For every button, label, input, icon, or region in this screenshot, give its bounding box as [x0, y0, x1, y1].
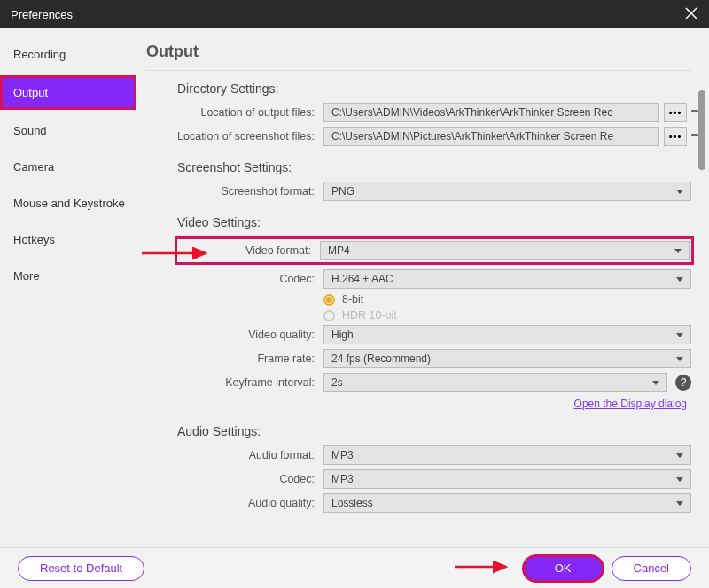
open-display-link[interactable]: Open the Display dialog: [177, 398, 691, 410]
chevron-down-icon: [676, 277, 683, 282]
close-icon[interactable]: [684, 6, 698, 23]
chevron-down-icon: [674, 249, 682, 253]
chevron-down-icon: [676, 333, 683, 337]
video-quality-select[interactable]: High: [323, 325, 691, 344]
window-title: Preferences: [11, 8, 73, 21]
sidebar-item-output[interactable]: Output: [0, 75, 136, 110]
audio-format-label: Audio format:: [177, 449, 323, 461]
audio-quality-label: Audio quality:: [177, 497, 323, 509]
keyframe-select[interactable]: 2s: [323, 373, 667, 392]
sidebar-item-hotkeys[interactable]: Hotkeys: [0, 222, 142, 257]
sidebar-item-sound[interactable]: Sound: [0, 113, 142, 148]
radio-8bit-label: 8-bit: [342, 293, 363, 306]
browse-screenshot-button[interactable]: •••: [664, 127, 687, 146]
section-directory-title: Directory Settings:: [177, 81, 691, 96]
screenshot-format-select[interactable]: PNG: [323, 182, 691, 201]
sidebar-item-camera[interactable]: Camera: [0, 150, 142, 184]
screenshot-files-input[interactable]: C:\Users\ADMIN\Pictures\ArkThinker\ArkTh…: [323, 127, 659, 146]
keyframe-label: Keyframe interval:: [177, 376, 323, 389]
audio-codec-select[interactable]: MP3: [323, 469, 691, 489]
audio-quality-select[interactable]: Lossless: [323, 493, 691, 513]
section-screenshot-title: Screenshot Settings:: [177, 160, 691, 174]
cancel-button[interactable]: Cancel: [612, 556, 691, 581]
page-title: Output: [146, 37, 691, 71]
radio-hdr-label: HDR 10-bit: [342, 309, 397, 321]
section-audio-title: Audio Settings:: [177, 424, 691, 438]
output-files-label: Location of output files:: [177, 106, 323, 119]
sidebar-item-mouse-keystroke[interactable]: Mouse and Keystroke: [0, 186, 142, 220]
video-format-label: Video format:: [179, 244, 320, 257]
arrow-annotation: [453, 560, 515, 577]
screenshot-files-label: Location of screenshot files:: [177, 130, 323, 143]
screenshot-format-label: Screenshot format:: [177, 185, 323, 197]
sidebar-item-more[interactable]: More: [0, 259, 142, 293]
video-quality-label: Video quality:: [177, 329, 323, 341]
highlight-video-format: Video format: MP4: [175, 236, 694, 265]
chevron-down-icon: [676, 453, 683, 458]
audio-format-select[interactable]: MP3: [323, 445, 691, 465]
ok-button[interactable]: OK: [524, 556, 603, 581]
radio-8bit[interactable]: [323, 294, 335, 306]
help-icon[interactable]: ?: [675, 375, 691, 391]
titlebar: Preferences: [0, 0, 709, 28]
video-codec-select[interactable]: H.264 + AAC: [323, 269, 691, 289]
video-format-select[interactable]: MP4: [320, 241, 690, 260]
output-files-input[interactable]: C:\Users\ADMIN\Videos\ArkThinker\ArkThin…: [323, 103, 659, 122]
browse-output-button[interactable]: •••: [664, 103, 687, 122]
radio-hdr[interactable]: [323, 310, 335, 321]
chevron-down-icon: [676, 501, 683, 506]
reset-button[interactable]: Reset to Default: [18, 556, 144, 581]
footer: Reset to Default OK Cancel: [0, 547, 709, 588]
audio-codec-label: Codec:: [177, 473, 323, 485]
frame-rate-select[interactable]: 24 fps (Recommend): [323, 349, 691, 368]
chevron-down-icon: [676, 357, 683, 361]
sidebar-item-recording[interactable]: Recording: [0, 37, 142, 72]
chevron-down-icon: [652, 381, 659, 385]
sidebar: Recording Output Sound Camera Mouse and …: [0, 28, 142, 547]
chevron-down-icon: [676, 190, 683, 194]
scrollbar[interactable]: [698, 90, 705, 170]
section-video-title: Video Settings:: [177, 215, 691, 229]
video-codec-label: Codec:: [177, 273, 323, 285]
chevron-down-icon: [676, 477, 683, 482]
content-panel: Output Directory Settings: Location of o…: [142, 28, 709, 547]
frame-rate-label: Frame rate:: [177, 352, 323, 365]
